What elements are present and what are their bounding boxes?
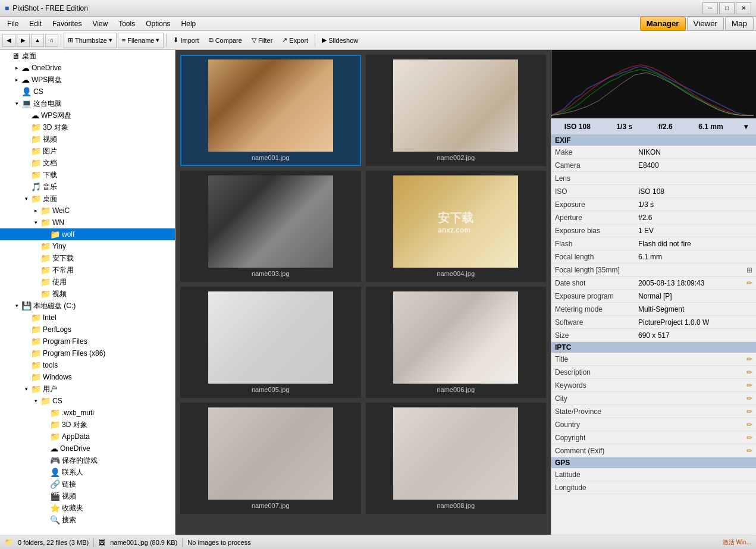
sidebar-item-13[interactable]: ▸📁WeiC	[0, 205, 175, 217]
sidebar-item-9[interactable]: 📁文档	[0, 157, 175, 169]
sidebar-item-3[interactable]: 👤CS	[0, 86, 175, 98]
sidebar-item-12[interactable]: ▾📁桌面	[0, 193, 175, 205]
sidebar-item-10[interactable]: 📁下载	[0, 169, 175, 181]
iptc-edit-icon-3[interactable]: ✏	[746, 394, 752, 403]
iptc-edit-icon-5[interactable]: ✏	[746, 421, 752, 429]
sidebar-item-7[interactable]: 📁视频	[0, 133, 175, 145]
edit-icon-10[interactable]: ✏	[746, 279, 752, 287]
sidebar-item-8[interactable]: 📁图片	[0, 145, 175, 157]
sidebar-item-18[interactable]: 📁不常用	[0, 264, 175, 276]
menu-edit[interactable]: Edit	[24, 17, 46, 30]
thumbnail-0[interactable]: name001.jpg	[180, 55, 361, 166]
sidebar-item-29[interactable]: ▾📁CS	[0, 395, 175, 407]
sidebar-item-4[interactable]: ▾💻这台电脑	[0, 98, 175, 109]
sidebar-item-23[interactable]: 📁PerfLogs	[0, 324, 175, 335]
nav-back-button[interactable]: ◀	[2, 34, 15, 47]
sidebar-item-35[interactable]: 👤联系人	[0, 466, 175, 478]
thumbnail-3[interactable]: 安下载anxz.comname004.jpg	[366, 171, 547, 282]
thumbsize-dropdown[interactable]: ⊞ Thumbsize ▾	[64, 33, 117, 48]
compare-button[interactable]: ⧉ Compare	[205, 33, 246, 48]
sidebar-item-27[interactable]: 📁Windows	[0, 371, 175, 383]
thumbnail-5[interactable]: name006.jpg	[366, 287, 547, 398]
thumb-label-2: name003.jpg	[252, 270, 290, 277]
sidebar-item-15[interactable]: 📁wolf	[0, 228, 175, 240]
thumbnail-6[interactable]: name007.jpg	[180, 403, 361, 514]
thumbnail-1[interactable]: name002.jpg	[366, 55, 547, 166]
iptc-edit-icon-4[interactable]: ✏	[746, 407, 752, 416]
close-button[interactable]: ✕	[736, 2, 751, 14]
sidebar-item-25[interactable]: 📁Program Files (x86)	[0, 347, 175, 359]
folder-icon-21: 💾	[21, 301, 32, 310]
spreadsheet-icon-9[interactable]: ⊞	[746, 266, 752, 274]
play-icon: ▶	[322, 36, 327, 44]
sidebar-item-39[interactable]: 🔍搜索	[0, 514, 175, 526]
manager-button[interactable]: Manager	[640, 17, 686, 31]
sidebar-item-34[interactable]: 🎮保存的游戏	[0, 454, 175, 466]
folder-icon-18: 📁	[40, 265, 51, 275]
filename-label: Filename	[127, 37, 154, 44]
slideshow-button[interactable]: ▶ Slideshow	[318, 33, 362, 48]
sidebar-item-6[interactable]: 📁3D 对象	[0, 121, 175, 133]
sidebar-item-17[interactable]: 📁安下载	[0, 252, 175, 264]
nav-forward-button[interactable]: ▶	[17, 34, 30, 47]
folder-icon-39: 🔍	[50, 515, 60, 525]
filter-button[interactable]: ▽ Filter	[247, 33, 277, 48]
sidebar-item-33[interactable]: ☁OneDrive	[0, 443, 175, 454]
sidebar-item-20[interactable]: 📁视频	[0, 288, 175, 300]
thumbnail-7[interactable]: name008.jpg	[366, 403, 547, 514]
sidebar-item-38[interactable]: ⭐收藏夹	[0, 502, 175, 514]
iptc-edit-icon-1[interactable]: ✏	[746, 368, 752, 377]
sidebar-item-22[interactable]: 📁Intel	[0, 312, 175, 324]
iptc-edit-icon-0[interactable]: ✏	[746, 355, 752, 363]
map-button[interactable]: Map	[725, 17, 754, 31]
nav-home-button[interactable]: ⌂	[45, 34, 58, 47]
menu-file[interactable]: File	[2, 17, 23, 30]
aperture-value: f/2.6	[654, 123, 677, 131]
status-sep-2	[182, 538, 183, 547]
sidebar-label-17: 安下载	[52, 253, 74, 263]
sidebar-item-26[interactable]: 📁tools	[0, 359, 175, 371]
sidebar-item-0[interactable]: 🖥桌面	[0, 50, 175, 62]
expand-icon-16	[31, 241, 40, 251]
sidebar-label-15: wolf	[62, 230, 74, 239]
menu-options[interactable]: Options	[141, 17, 175, 30]
sidebar-item-14[interactable]: ▾📁WN	[0, 217, 175, 228]
menu-favorites[interactable]: Favorites	[48, 17, 86, 30]
iptc-edit-icon-7[interactable]: ✏	[746, 447, 752, 455]
sidebar-item-19[interactable]: 📁使用	[0, 276, 175, 288]
menu-view[interactable]: View	[87, 17, 112, 30]
nav-up-button[interactable]: ▲	[31, 34, 44, 47]
iptc-edit-icon-2[interactable]: ✏	[746, 381, 752, 390]
sidebar-item-24[interactable]: 📁Program Files	[0, 335, 175, 347]
filename-dropdown[interactable]: ≡ Filename ▾	[118, 33, 164, 48]
sidebar-item-30[interactable]: 📁.wxb_muti	[0, 407, 175, 419]
iptc-edit-icon-6[interactable]: ✏	[746, 434, 752, 442]
sidebar-item-16[interactable]: 📁Yiny	[0, 240, 175, 252]
sidebar-item-11[interactable]: 🎵音乐	[0, 181, 175, 193]
export-button[interactable]: ↗ Export	[278, 33, 312, 48]
sidebar-item-28[interactable]: ▾📁用户	[0, 383, 175, 395]
sidebar-item-2[interactable]: ▸☁WPS网盘	[0, 74, 175, 86]
expand-icon-34	[40, 456, 50, 465]
expand-icon-23	[21, 325, 31, 334]
exif-bar-dropdown-icon[interactable]: ▾	[744, 123, 748, 131]
exif-key-5: Aperture	[555, 214, 638, 222]
menu-tools[interactable]: Tools	[114, 17, 140, 30]
sidebar-item-21[interactable]: ▾💾本地磁盘 (C:)	[0, 300, 175, 312]
viewer-button[interactable]: Viewer	[687, 17, 724, 31]
minimize-button[interactable]: ─	[702, 2, 718, 14]
menu-help[interactable]: Help	[177, 17, 201, 30]
sidebar-item-1[interactable]: ▸☁OneDrive	[0, 62, 175, 74]
sidebar-item-36[interactable]: 🔗链接	[0, 478, 175, 490]
sidebar-item-32[interactable]: 📁AppData	[0, 431, 175, 443]
sidebar-item-5[interactable]: ☁WPS网盘	[0, 109, 175, 121]
expand-icon-39	[40, 515, 50, 525]
sidebar-item-31[interactable]: 📁3D 对象	[0, 419, 175, 431]
sidebar-item-37[interactable]: 🎬视频	[0, 490, 175, 502]
sidebar-label-38: 收藏夹	[62, 503, 83, 513]
thumbnail-4[interactable]: name005.jpg	[180, 287, 361, 398]
maximize-button[interactable]: □	[719, 2, 735, 14]
import-button[interactable]: ⬇ Import	[169, 33, 203, 48]
process-status: No images to process	[187, 539, 250, 546]
thumbnail-2[interactable]: name003.jpg	[180, 171, 361, 282]
